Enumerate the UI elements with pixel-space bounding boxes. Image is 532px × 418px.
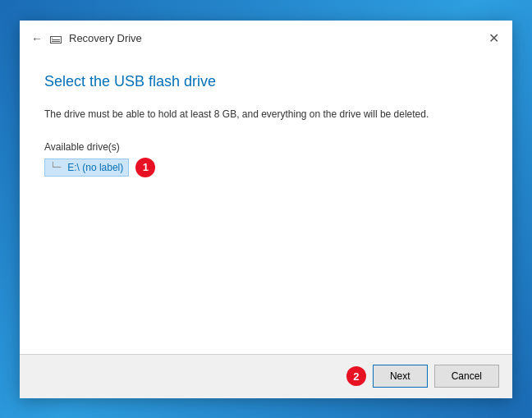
drive-item-label: E:\ (no label): [67, 162, 123, 173]
close-button[interactable]: ✕: [483, 28, 504, 49]
drives-label: Available drive(s): [44, 141, 488, 153]
back-button[interactable]: ←: [31, 33, 43, 44]
tree-line: └─: [50, 162, 61, 172]
badge-2: 2: [346, 366, 366, 386]
cancel-button[interactable]: Cancel: [434, 365, 499, 388]
drive-icon: 🖴: [49, 31, 62, 46]
page-heading: Select the USB flash drive: [44, 73, 488, 90]
drive-item-e[interactable]: └─ E:\ (no label): [44, 158, 129, 177]
next-button[interactable]: Next: [373, 365, 428, 388]
title-bar-left: ← 🖴 Recovery Drive: [31, 31, 142, 46]
footer-badge-area: 2 Next: [346, 365, 428, 388]
badge-1: 1: [135, 158, 155, 177]
drive-row: └─ E:\ (no label) 1: [44, 158, 488, 177]
drives-section: Available drive(s) └─ E:\ (no label) 1: [44, 141, 488, 177]
description-text: The drive must be able to hold at least …: [44, 107, 488, 122]
title-bar: ← 🖴 Recovery Drive ✕: [20, 21, 512, 57]
window-title: Recovery Drive: [69, 32, 142, 44]
content-area: Select the USB flash drive The drive mus…: [20, 57, 512, 354]
footer: 2 Next Cancel: [20, 354, 512, 398]
recovery-drive-dialog: ← 🖴 Recovery Drive ✕ Select the USB flas…: [20, 21, 512, 398]
